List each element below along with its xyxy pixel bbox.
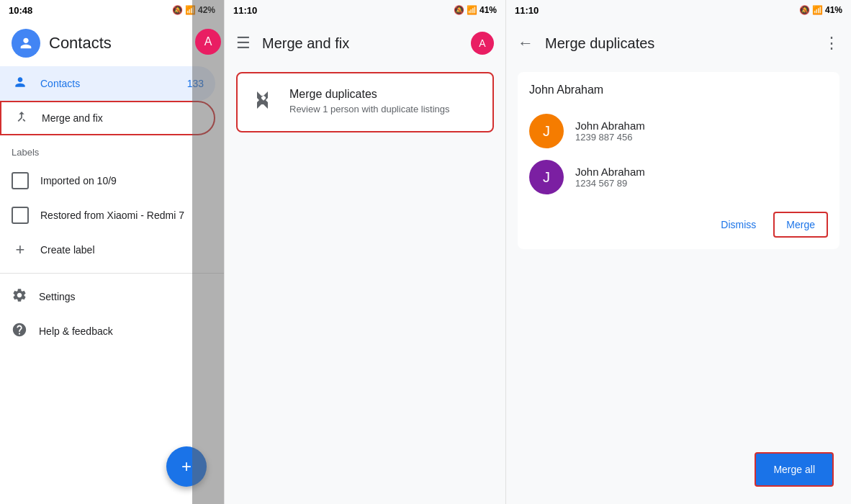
detail-title-bar: ← Merge duplicates ⋮	[506, 20, 851, 66]
settings-item[interactable]: Settings	[0, 279, 224, 314]
more-options-icon[interactable]: ⋮	[824, 34, 839, 53]
contacts-app-icon	[12, 29, 40, 58]
panel-overlay: A	[192, 0, 224, 504]
merge-card-subtitle: Review 1 person with duplicate listings	[289, 104, 450, 114]
merge-nav-label: Merge and fix	[42, 112, 202, 124]
contact-info-2: John Abraham 1234 567 89	[575, 166, 645, 189]
battery-3: 41%	[825, 5, 842, 15]
overlay-user-avatar: A	[195, 29, 221, 55]
contact-avatar-2: J	[529, 160, 564, 194]
label-item-restored[interactable]: Restored from Xiaomi - Redmi 7	[0, 198, 224, 233]
contact-item-1: J John Abraham 1239 887 456	[529, 108, 828, 154]
card-actions: Dismiss Merge	[529, 206, 828, 238]
fab-plus-icon: +	[181, 458, 192, 475]
create-label-item[interactable]: + Create label	[0, 233, 224, 267]
contact-name-2: John Abraham	[575, 166, 645, 178]
contacts-nav-label: Contacts	[40, 78, 176, 89]
status-time-3: 11:10	[515, 5, 539, 16]
detail-title: Merge duplicates	[545, 35, 812, 52]
duplicate-card: John Abraham J John Abraham 1239 887 456…	[518, 72, 839, 249]
status-time-2: 11:10	[233, 5, 257, 16]
status-time-1: 10:48	[9, 5, 32, 16]
merge-nav-icon	[13, 109, 30, 127]
help-label: Help & feedback	[39, 325, 113, 337]
merge-all-button[interactable]: Merge all	[755, 452, 834, 487]
wifi-icon-3: 📶	[812, 5, 823, 15]
contact-phone-2: 1234 567 89	[575, 178, 645, 189]
status-bar-3: 11:10 🔕 📶 41%	[506, 0, 851, 20]
settings-icon	[12, 287, 27, 307]
nav-item-contacts[interactable]: Contacts 133	[0, 66, 215, 101]
contacts-panel: 10:48 🔕 📶 42% Contacts Contacts 133	[0, 0, 225, 504]
notification-icon-3: 🔕	[799, 5, 810, 15]
contact-initial-2: J	[543, 169, 550, 186]
merge-button[interactable]: Merge	[773, 212, 828, 238]
wifi-icon-2: 📶	[467, 5, 477, 15]
label-text-imported: Imported on 10/9	[40, 175, 117, 186]
contact-name-1: John Abraham	[575, 120, 645, 132]
labels-header: Labels	[0, 135, 224, 163]
add-label-icon: +	[12, 240, 29, 259]
help-icon	[12, 322, 27, 341]
user-avatar-panel2[interactable]: A	[471, 32, 494, 55]
person-icon	[12, 75, 29, 93]
status-bar-1: 10:48 🔕 📶 42%	[0, 0, 224, 20]
status-icons-3: 🔕 📶 41%	[799, 5, 842, 15]
notification-icon: 🔕	[172, 5, 183, 15]
merge-fix-title: Merge and fix	[262, 35, 349, 52]
contact-avatar-1: J	[529, 114, 564, 148]
app-header: Contacts	[0, 20, 224, 66]
merge-fix-panel: 11:10 🔕 📶 41% ☰ Merge and fix A Merge du…	[225, 0, 506, 504]
merge-duplicates-card[interactable]: Merge duplicates Review 1 person with du…	[236, 72, 494, 132]
duplicate-group-title: John Abraham	[529, 84, 828, 96]
back-button[interactable]: ←	[518, 34, 533, 53]
merge-duplicates-icon	[249, 88, 278, 117]
label-icon-restored	[12, 207, 29, 224]
settings-label: Settings	[39, 291, 76, 302]
merge-card-title: Merge duplicates	[289, 88, 450, 101]
dismiss-button[interactable]: Dismiss	[709, 212, 767, 238]
hamburger-icon[interactable]: ☰	[236, 34, 251, 53]
label-text-restored: Restored from Xiaomi - Redmi 7	[40, 210, 184, 221]
nav-item-merge[interactable]: Merge and fix	[0, 101, 215, 135]
contact-initial-1: J	[543, 123, 550, 140]
merge-card-content: Merge duplicates Review 1 person with du…	[289, 88, 450, 114]
contact-item-2: J John Abraham 1234 567 89	[529, 154, 828, 200]
status-bar-2: 11:10 🔕 📶 41%	[225, 0, 505, 20]
label-icon-imported	[12, 172, 29, 189]
label-item-imported[interactable]: Imported on 10/9	[0, 163, 224, 198]
contact-info-1: John Abraham 1239 887 456	[575, 120, 645, 143]
merge-fix-title-bar: ☰ Merge and fix A	[225, 20, 505, 66]
create-label-text: Create label	[40, 244, 95, 256]
help-item[interactable]: Help & feedback	[0, 314, 224, 348]
battery-2: 41%	[479, 5, 497, 15]
nav-divider	[0, 273, 224, 274]
app-title: Contacts	[49, 34, 112, 53]
notification-icon-2: 🔕	[454, 5, 464, 15]
contact-phone-1: 1239 887 456	[575, 132, 645, 143]
merge-detail-panel: 11:10 🔕 📶 41% ← Merge duplicates ⋮ John …	[506, 0, 851, 504]
status-icons-2: 🔕 📶 41%	[454, 5, 497, 15]
